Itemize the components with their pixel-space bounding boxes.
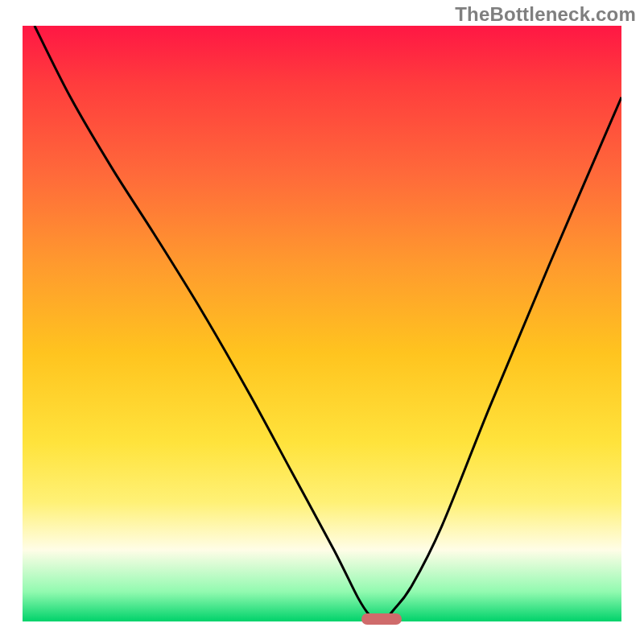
bottleneck-gradient-plot (23, 26, 621, 621)
attribution-text: TheBottleneck.com (455, 3, 636, 26)
optimal-point-marker (361, 613, 402, 625)
